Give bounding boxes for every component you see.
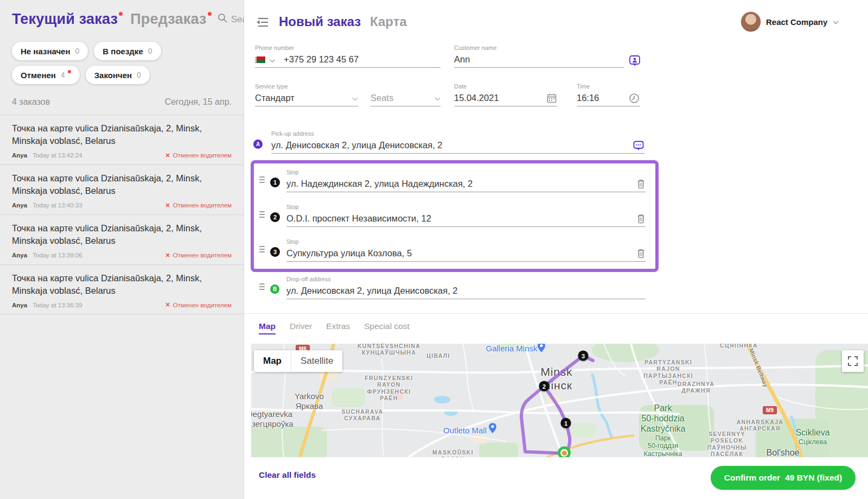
order-author: Anya: [12, 152, 27, 159]
tab-extras[interactable]: Extras: [326, 321, 350, 334]
trash-icon[interactable]: [636, 213, 646, 224]
stop-label: Stop: [286, 204, 646, 211]
detail-tabs: Map Driver Extras Special cost: [259, 321, 410, 334]
stop-address-field[interactable]: Stop ул. Надеждинская 2, улица Надеждинс…: [286, 168, 646, 192]
filter-label: Закончен: [94, 71, 132, 80]
belarus-flag-icon: [255, 56, 265, 63]
tab-map[interactable]: Map: [259, 321, 276, 334]
drag-handle[interactable]: [259, 244, 265, 254]
app-window: Текущий заказ Предзаказ Search Не назнач…: [0, 0, 868, 499]
chevron-down-icon[interactable]: [270, 54, 275, 65]
seats-placeholder: Seats: [371, 93, 393, 103]
calendar-icon[interactable]: [546, 93, 557, 104]
customer-name-field[interactable]: Customer name Ann: [454, 45, 624, 68]
notification-dot: [68, 70, 71, 73]
map-canvas[interactable]: KUNTSEVSHCHINAКУНЦАЎШЧЫНА ЦІВАЛІ FRUNZYE…: [251, 344, 868, 457]
route-marker-3: 3: [578, 351, 589, 361]
stop-number-2: 2: [270, 212, 280, 222]
stop-address-input[interactable]: Супкультура улица Козлова, 5: [286, 248, 412, 258]
trash-icon[interactable]: [636, 179, 646, 189]
clear-all-fields-link[interactable]: Clear all fields: [259, 470, 316, 480]
tab-current-order[interactable]: Текущий заказ: [12, 11, 123, 28]
chevron-down-icon: [352, 93, 358, 103]
order-status-label: Отменен водителем: [173, 202, 232, 209]
dropoff-marker-b: B: [270, 285, 279, 294]
phone-label: Phone number: [255, 45, 441, 52]
tab-preorder-label: Предзаказ: [130, 11, 207, 27]
fullscreen-button[interactable]: [842, 350, 864, 372]
time-field[interactable]: Time 16:16: [577, 83, 640, 106]
seats-select[interactable]: Seats: [371, 83, 441, 106]
stop-label: Stop: [286, 169, 646, 176]
order-status: ✕Отменен водителем: [165, 301, 232, 308]
filter-label: Не назначен: [21, 47, 71, 56]
order-author: Anya: [12, 202, 27, 209]
account-menu[interactable]: React Company: [741, 12, 839, 31]
order-title: Точка на карте vulica Dzianisaŭskaja, 2,…: [12, 172, 231, 198]
stop-address-field[interactable]: Stop Супкультура улица Козлова, 5: [286, 238, 646, 262]
order-time: Today at 13:39:06: [33, 252, 82, 258]
collapse-sidebar-icon[interactable]: [255, 17, 269, 30]
tab-karta[interactable]: Карта: [370, 14, 407, 29]
stop-number-3: 3: [270, 247, 280, 257]
confirm-order-price: 49 BYN (fixed): [785, 473, 842, 483]
order-list-item[interactable]: Точка на карте vulica Dzianisaŭskaja, 2,…: [0, 115, 244, 165]
tab-current-order-label: Текущий заказ: [12, 11, 118, 27]
tab-special-cost[interactable]: Special cost: [364, 321, 410, 334]
order-list-item[interactable]: Точка на карте vulica Dzianisaŭskaja, 2,…: [0, 215, 244, 265]
route-marker-2: 2: [539, 381, 550, 391]
filter-finished[interactable]: Закончен0: [86, 66, 150, 84]
pickup-marker-a: A: [253, 140, 263, 149]
filter-cancelled[interactable]: Отменен4: [12, 66, 80, 84]
status-filters: Не назначен0 В поездке0 Отменен4 Законче…: [0, 28, 244, 84]
tab-new-order[interactable]: Новый заказ: [279, 14, 361, 29]
stop-row-2: 2 Stop O.D.I. проспект Независимости, 12: [259, 203, 646, 227]
filter-in-trip[interactable]: В поездке0: [94, 42, 161, 60]
pickup-address-input[interactable]: ул. Денисовская 2, улица Денисовская, 2: [271, 140, 443, 150]
clock-icon[interactable]: [628, 92, 640, 104]
map-type-satellite-button[interactable]: Satellite: [291, 350, 342, 372]
order-time: Today at 13:36:39: [33, 302, 82, 308]
drag-handle[interactable]: [259, 175, 265, 185]
dropoff-address-input[interactable]: ул. Денисовская 2, улица Денисовская, 2: [286, 286, 458, 296]
confirm-order-button[interactable]: Confirm order 49 BYN (fixed): [711, 466, 856, 490]
phone-input[interactable]: +375 29 123 45 67: [284, 54, 359, 65]
dropoff-address-field[interactable]: Drop-off address ул. Денисовская 2, улиц…: [286, 275, 646, 299]
sidebar-header: Текущий заказ Предзаказ Search: [0, 0, 244, 28]
map-type-map-button[interactable]: Map: [254, 350, 291, 372]
order-list-item[interactable]: Точка на карте vulica Dzianisaŭskaja, 2,…: [0, 165, 244, 215]
order-status-label: Отменен водителем: [173, 252, 232, 258]
stop-address-field[interactable]: Stop O.D.I. проспект Независимости, 12: [286, 203, 646, 227]
drag-handle[interactable]: [259, 282, 265, 292]
date-input[interactable]: 15.04.2021: [454, 93, 499, 103]
orders-sidebar: Текущий заказ Предзаказ Search Не назнач…: [0, 0, 244, 499]
comment-icon[interactable]: [633, 140, 644, 151]
tab-driver[interactable]: Driver: [290, 321, 312, 334]
filter-unassigned[interactable]: Не назначен0: [12, 42, 88, 60]
chevron-down-icon: [833, 17, 839, 27]
pickup-address-label: Pick-up address: [271, 130, 644, 137]
order-time: Today at 13:42:24: [33, 152, 82, 159]
map-type-control: Map Satellite: [254, 350, 342, 372]
stop-row-3: 3 Stop Супкультура улица Козлова, 5: [259, 238, 646, 262]
customer-name-input[interactable]: Ann: [454, 54, 470, 65]
trash-icon[interactable]: [636, 248, 646, 258]
service-type-select[interactable]: Service type Стандарт: [255, 83, 358, 106]
date-field[interactable]: Date 15.04.2021: [454, 83, 557, 106]
tab-preorder[interactable]: Предзаказ: [130, 11, 212, 28]
stop-label: Stop: [286, 238, 646, 245]
phone-field[interactable]: Phone number +375 29 123 45 67: [255, 45, 441, 68]
time-input[interactable]: 16:16: [577, 93, 599, 103]
drag-handle[interactable]: [259, 210, 265, 219]
filter-count: 0: [148, 47, 152, 55]
search-icon: [217, 12, 228, 26]
stop-address-input[interactable]: O.D.I. проспект Независимости, 12: [286, 213, 431, 224]
order-list-item[interactable]: Точка на карте vulica Dzianisaŭskaja, 2,…: [0, 265, 244, 315]
filter-count: 0: [75, 47, 80, 55]
dropoff-address-label: Drop-off address: [286, 276, 646, 283]
pickup-address-field[interactable]: Pick-up address ул. Денисовская 2, улица…: [271, 130, 644, 154]
stop-address-input[interactable]: ул. Надеждинская 2, улица Надеждинская, …: [286, 179, 473, 189]
chevron-down-icon: [435, 93, 441, 103]
time-label: Time: [577, 83, 640, 90]
client-card-icon[interactable]: [628, 54, 641, 67]
